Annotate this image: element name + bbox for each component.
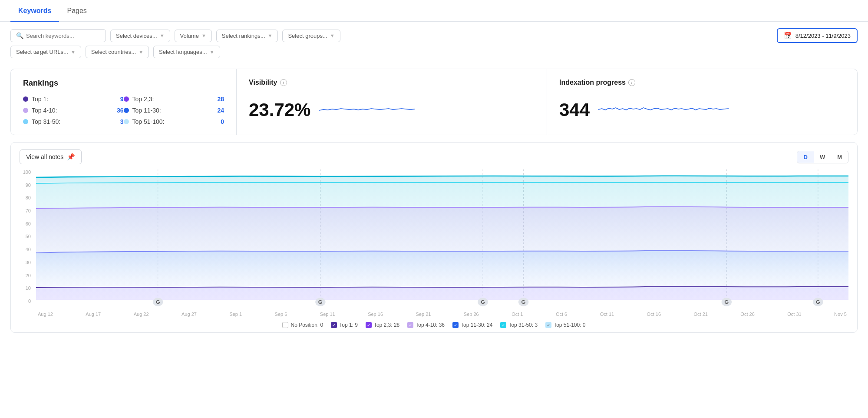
languages-label: Select languages... (159, 49, 207, 55)
top31-50-value: 3 (111, 118, 124, 125)
volume-chevron-icon: ▼ (201, 33, 206, 38)
tab-keywords[interactable]: Keywords (10, 0, 59, 22)
ranking-top2-3: Top 2,3: 28 (124, 96, 224, 103)
legend-label-top4-10: Top 4-10: 36 (416, 322, 445, 328)
svg-text:G: G (156, 299, 160, 305)
legend-check-top4-10: ✓ (407, 322, 413, 328)
svg-text:G: G (318, 299, 323, 305)
legend-check-top31-50: ✓ (500, 322, 506, 328)
groups-filter[interactable]: Select groups... ▼ (282, 30, 340, 42)
period-btn-w[interactable]: W (814, 151, 831, 163)
chart-section: View all notes 📌 D W M 100 90 80 70 60 5… (10, 142, 858, 333)
top11-30-dot (124, 108, 129, 113)
indexation-value: 344 (559, 100, 590, 120)
date-range-filter[interactable]: 📅 8/12/2023 - 11/9/2023 (777, 28, 858, 43)
visibility-card: Visibility i 23.72% (237, 69, 547, 135)
view-notes-button[interactable]: View all notes 📌 (20, 149, 82, 164)
top1-dot (23, 96, 28, 102)
legend-label-top51-100: Top 51-100: 0 (554, 322, 585, 328)
legend-check-top11-30: ✓ (452, 322, 459, 328)
svg-text:G: G (724, 299, 729, 305)
legend-top4-10: ✓ Top 4-10: 36 (407, 322, 445, 328)
legend-top1: ✓ Top 1: 9 (331, 322, 358, 328)
languages-filter[interactable]: Select languages... ▼ (153, 46, 220, 58)
indexation-info-icon[interactable]: i (628, 79, 635, 86)
visibility-content: 23.72% (249, 94, 535, 125)
y-axis: 100 90 80 70 60 50 40 30 20 10 0 (20, 169, 33, 304)
legend-check-top1: ✓ (331, 322, 337, 328)
top51-100-value: 0 (211, 118, 224, 125)
rankings-col-left: Top 1: 9 Top 4-10: 36 Top 31-50: 3 (23, 96, 124, 125)
rankings-label: Select rankings... (222, 33, 265, 39)
notes-pin-icon: 📌 (67, 153, 75, 161)
top2-3-dot (124, 96, 129, 102)
indexation-sparkline (598, 98, 845, 121)
top31-50-label: Top 31-50: (32, 118, 60, 125)
visibility-info-icon[interactable]: i (280, 79, 287, 86)
top4-10-value: 36 (111, 107, 124, 114)
indexation-content: 344 (559, 94, 845, 125)
languages-chevron-icon: ▼ (210, 50, 215, 55)
visibility-title: Visibility i (249, 79, 535, 86)
devices-label: Select devices... (116, 33, 157, 39)
search-input[interactable] (26, 33, 100, 39)
indexation-card: Indexation progress i 344 (547, 69, 857, 135)
legend-box-no-position (282, 322, 288, 328)
indexation-title: Indexation progress i (559, 79, 845, 86)
ranking-top51-100: Top 51-100: 0 (124, 118, 224, 125)
legend-no-position: No Position: 0 (282, 322, 323, 328)
top1-label: Top 1: (32, 96, 48, 103)
chart-legend: No Position: 0 ✓ Top 1: 9 ✓ Top 2,3: 28 … (20, 322, 848, 328)
legend-check-top51-100: ✓ (545, 322, 551, 328)
legend-top51-100: ✓ Top 51-100: 0 (545, 322, 585, 328)
countries-filter[interactable]: Select countries... ▼ (86, 46, 149, 58)
chart-wrap: 100 90 80 70 60 50 40 30 20 10 0 (20, 169, 848, 317)
target-urls-filter[interactable]: Select target URLs... ▼ (10, 46, 81, 58)
search-input-wrap[interactable]: 🔍 (10, 29, 106, 42)
filter-row-2: Select target URLs... ▼ Select countries… (0, 46, 868, 64)
devices-filter[interactable]: Select devices... ▼ (110, 30, 170, 42)
top2-3-label: Top 2,3: (132, 96, 154, 103)
legend-top31-50: ✓ Top 31-50: 3 (500, 322, 538, 328)
target-urls-chevron-icon: ▼ (71, 50, 76, 55)
tab-pages[interactable]: Pages (59, 0, 94, 22)
top31-50-dot (23, 119, 28, 124)
legend-label-no-position: No Position: 0 (290, 322, 323, 328)
rankings-card: Rankings Top 1: 9 Top 4-10: 36 (11, 69, 237, 135)
svg-text:G: G (816, 299, 820, 305)
chart-inner: G G G G G G Aug 12 Aug 17 Aug 22 Aug (36, 169, 848, 317)
period-btn-d[interactable]: D (797, 151, 813, 163)
ranking-top31-50: Top 31-50: 3 (23, 118, 124, 125)
volume-filter[interactable]: Volume ▼ (175, 30, 212, 42)
target-urls-label: Select target URLs... (16, 49, 68, 55)
period-btn-m[interactable]: M (831, 151, 848, 163)
legend-label-top11-30: Top 11-30: 24 (461, 322, 492, 328)
visibility-value: 23.72% (249, 100, 310, 120)
top4-10-label: Top 4-10: (32, 107, 57, 114)
tabs-bar: Keywords Pages (0, 0, 868, 22)
rankings-chevron-icon: ▼ (268, 33, 273, 38)
top51-100-dot (124, 119, 129, 124)
legend-top11-30: ✓ Top 11-30: 24 (452, 322, 492, 328)
top4-10-dot (23, 108, 28, 113)
top11-30-label: Top 11-30: (132, 107, 161, 114)
svg-text:G: G (481, 299, 485, 305)
legend-label-top2-3: Top 2,3: 28 (374, 322, 399, 328)
stats-row: Rankings Top 1: 9 Top 4-10: 36 (10, 69, 858, 135)
top1-value: 9 (111, 96, 124, 103)
countries-label: Select countries... (91, 49, 136, 55)
filter-row-1: 🔍 Select devices... ▼ Volume ▼ Select ra… (0, 22, 868, 46)
rankings-col-right: Top 2,3: 28 Top 11-30: 24 Top 51-100: 0 (124, 96, 224, 125)
date-range-label: 8/12/2023 - 11/9/2023 (795, 33, 851, 39)
devices-chevron-icon: ▼ (160, 33, 165, 38)
x-axis: Aug 12 Aug 17 Aug 22 Aug 27 Sep 1 Sep 6 … (36, 312, 848, 317)
top51-100-label: Top 51-100: (132, 118, 165, 125)
ranking-top1: Top 1: 9 (23, 96, 124, 103)
period-buttons: D W M (797, 151, 848, 163)
top2-3-value: 28 (211, 96, 224, 103)
rankings-grid: Top 1: 9 Top 4-10: 36 Top 31-50: 3 (23, 96, 224, 125)
rankings-filter[interactable]: Select rankings... ▼ (216, 30, 278, 42)
calendar-icon: 📅 (784, 32, 792, 40)
svg-text:G: G (521, 299, 526, 305)
view-notes-label: View all notes (26, 153, 63, 160)
